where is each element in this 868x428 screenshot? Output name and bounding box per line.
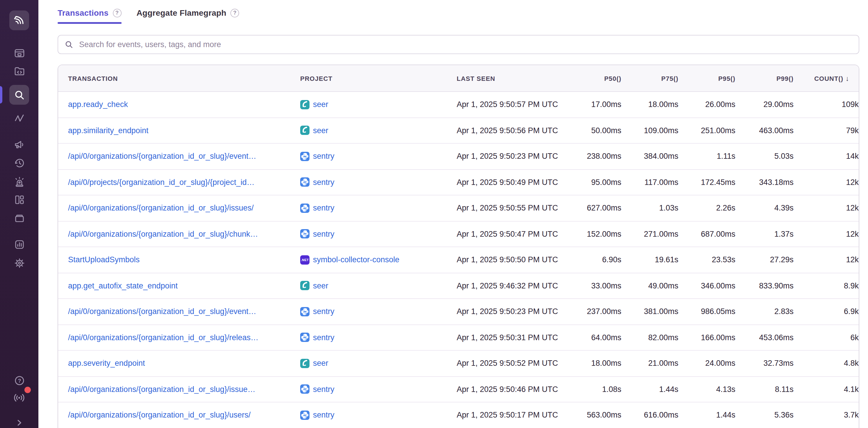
last-seen-value: Apr 1, 2025 9:50:57 PM UTC — [457, 100, 564, 109]
project-link[interactable]: sentry — [313, 385, 335, 394]
p95-value: 172.45ms — [678, 178, 735, 187]
project-link[interactable]: seer — [313, 282, 329, 290]
table-row: /api/0/organizations/{organization_id_or… — [58, 298, 859, 324]
sidebar-item-issues[interactable] — [9, 43, 29, 63]
p95-value: 346.00ms — [678, 282, 735, 290]
p75-value: 19.61s — [621, 256, 678, 264]
count-label: COUNT() — [814, 75, 843, 82]
code-folder-icon — [13, 65, 25, 77]
column-header-last-seen[interactable]: LAST SEEN — [457, 75, 564, 82]
project-link[interactable]: sentry — [313, 178, 335, 187]
sidebar-item-dashboards[interactable] — [9, 190, 29, 209]
column-header-p75[interactable]: P75() — [621, 75, 678, 82]
sidebar-item-home[interactable] — [9, 10, 29, 30]
project-link[interactable]: seer — [313, 359, 329, 368]
help-circle-icon[interactable]: ? — [230, 8, 239, 17]
project-icon-seer — [300, 359, 310, 368]
transaction-link[interactable]: /api/0/organizations/{organization_id_or… — [68, 230, 258, 238]
project-link[interactable]: sentry — [313, 152, 335, 161]
sidebar-item-search[interactable] — [9, 85, 29, 105]
column-header-transaction[interactable]: TRANSACTION — [58, 75, 300, 82]
sidebar-item-explore[interactable] — [9, 61, 29, 81]
p75-value: 117.00ms — [621, 178, 678, 187]
transaction-link[interactable]: /api/0/projects/{organization_id_or_slug… — [68, 178, 254, 187]
column-header-project[interactable]: PROJECT — [300, 75, 457, 82]
count-value: 12k — [794, 178, 859, 187]
p99-value: 343.18ms — [735, 178, 794, 187]
sidebar-item-settings[interactable] — [9, 253, 29, 273]
sidebar-item-projects[interactable] — [9, 208, 29, 227]
count-value: 12k — [794, 230, 859, 238]
project-link[interactable]: sentry — [313, 411, 335, 420]
p75-value: 109.00ms — [621, 126, 678, 135]
sidebar-item-feedback[interactable] — [9, 134, 29, 154]
project-link[interactable]: sentry — [313, 333, 335, 342]
count-value: 8.9k — [794, 282, 859, 290]
sidebar-item-traces[interactable] — [9, 108, 29, 128]
column-header-p95[interactable]: P95() — [678, 75, 735, 82]
sidebar-item-stats[interactable] — [9, 234, 29, 254]
project-link[interactable]: sentry — [313, 204, 335, 212]
project-icon-python — [300, 203, 310, 213]
main-content: Transactions ? Aggregate Flamegraph ? TR… — [38, 0, 868, 428]
alert-siren-icon — [13, 175, 25, 188]
p95-value: 4.13s — [678, 385, 735, 394]
project-link[interactable]: symbol-collector-console — [313, 256, 399, 264]
last-seen-value: Apr 1, 2025 9:50:52 PM UTC — [457, 359, 564, 368]
p95-value: 1.11s — [678, 152, 735, 161]
p95-value: 23.53s — [678, 256, 735, 264]
count-value: 6.9k — [794, 307, 859, 316]
search-input[interactable] — [78, 39, 852, 50]
sidebar-item-history[interactable] — [9, 153, 29, 173]
transaction-link[interactable]: StartUploadSymbols — [68, 256, 140, 264]
project-icon-python — [300, 178, 310, 187]
sidebar-expand-button[interactable] — [9, 413, 29, 428]
project-link[interactable]: sentry — [313, 230, 335, 238]
search-bar[interactable] — [58, 35, 859, 54]
help-circle-icon[interactable]: ? — [113, 8, 121, 17]
column-header-count[interactable]: COUNT() ↓ — [794, 74, 859, 82]
transaction-link[interactable]: app.ready_check — [68, 100, 128, 109]
project-icon-seer — [300, 281, 310, 291]
transaction-link[interactable]: /api/0/organizations/{organization_id_or… — [68, 152, 256, 161]
transactions-table: TRANSACTION PROJECT LAST SEEN P50() P75(… — [58, 65, 859, 428]
project-link[interactable]: seer — [313, 126, 329, 135]
table-header-row: TRANSACTION PROJECT LAST SEEN P50() P75(… — [58, 65, 859, 92]
p50-value: 237.00ms — [564, 307, 621, 316]
project-icon-seer — [300, 100, 310, 109]
settings-gear-icon — [13, 257, 25, 269]
p50-value: 238.00ms — [564, 152, 621, 161]
transaction-link[interactable]: app.similarity_endpoint — [68, 126, 148, 135]
transaction-link[interactable]: /api/0/organizations/{organization_id_or… — [68, 307, 256, 316]
transaction-link[interactable]: /api/0/organizations/{organization_id_or… — [68, 411, 250, 420]
bar-chart-icon — [13, 238, 25, 250]
column-header-p99[interactable]: P99() — [735, 75, 794, 82]
transaction-link[interactable]: app.severity_endpoint — [68, 359, 145, 368]
sidebar-item-whats-new[interactable] — [9, 388, 29, 408]
project-icon-python — [300, 152, 310, 161]
p50-value: 18.00ms — [564, 359, 621, 368]
sidebar-item-alerts[interactable] — [9, 171, 29, 191]
transaction-link[interactable]: /api/0/organizations/{organization_id_or… — [68, 333, 258, 342]
trace-zigzag-icon — [13, 112, 25, 124]
transaction-link[interactable]: /api/0/organizations/{organization_id_or… — [68, 204, 254, 212]
p95-value: 26.00ms — [678, 100, 735, 109]
column-header-p50[interactable]: P50() — [564, 75, 621, 82]
tab-aggregate-flamegraph[interactable]: Aggregate Flamegraph ? — [136, 8, 239, 24]
project-link[interactable]: sentry — [313, 307, 335, 316]
table-row: /api/0/organizations/{organization_id_or… — [58, 195, 859, 221]
table-row: StartUploadSymbols .NET symbol-collector… — [58, 246, 859, 272]
transaction-link[interactable]: app.get_autofix_state_endpoint — [68, 282, 178, 290]
project-icon-python — [300, 333, 310, 342]
p99-value: 29.00ms — [735, 100, 794, 109]
p95-value: 2.26s — [678, 204, 735, 212]
p99-value: 5.36s — [735, 411, 794, 420]
project-link[interactable]: seer — [313, 100, 329, 109]
help-icon: ? — [13, 374, 25, 387]
p99-value: 27.29s — [735, 256, 794, 264]
transaction-link[interactable]: /api/0/organizations/{organization_id_or… — [68, 385, 255, 394]
tab-transactions[interactable]: Transactions ? — [58, 8, 121, 24]
p99-value: 453.06ms — [735, 333, 794, 342]
last-seen-value: Apr 1, 2025 9:50:56 PM UTC — [457, 126, 564, 135]
table-row: /api/0/organizations/{organization_id_or… — [58, 324, 859, 350]
